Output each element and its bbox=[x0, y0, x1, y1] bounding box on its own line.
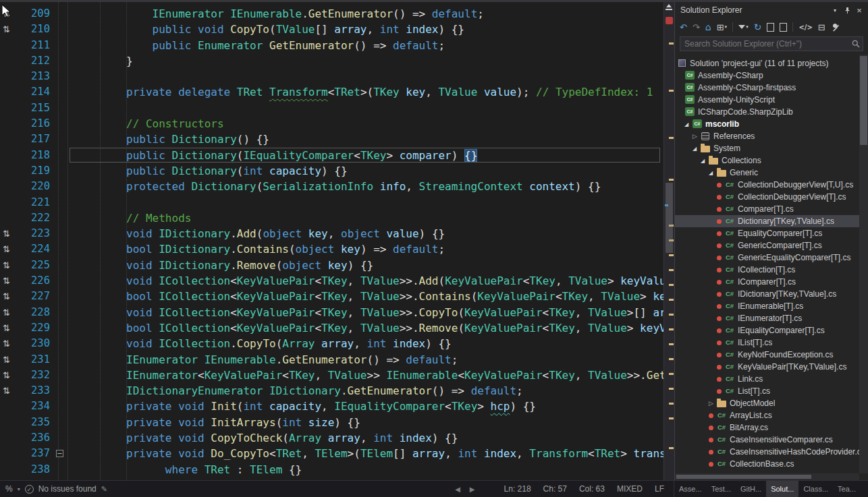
code-line-234[interactable]: 234 private void Init(int capacity, IEqu… bbox=[0, 399, 663, 414]
line-number[interactable]: 236 bbox=[16, 430, 50, 446]
code-editor[interactable]: ⇅209 IEnumerator IEnumerable.GetEnumerat… bbox=[0, 2, 663, 480]
collapse-all-icon[interactable]: ⊟ bbox=[818, 23, 825, 32]
column-indicator[interactable]: Col: 63 bbox=[579, 484, 605, 494]
editor-vertical-scrollbar[interactable] bbox=[663, 2, 674, 480]
tree-item[interactable]: C#IEnumerator[T].cs bbox=[675, 312, 859, 324]
indentation-indicator[interactable]: MIXED bbox=[617, 484, 643, 494]
line-number[interactable]: 218 bbox=[16, 148, 50, 163]
tab-class-view[interactable]: Class... bbox=[798, 481, 833, 497]
panel-vertical-scrollbar[interactable] bbox=[859, 55, 868, 473]
line-number[interactable]: 211 bbox=[16, 38, 50, 53]
switch-views-icon[interactable]: ⊞▾ bbox=[717, 23, 727, 32]
code-line-228[interactable]: ⇅228 void ICollection<KeyValuePair<TKey,… bbox=[0, 305, 663, 320]
code-line-225[interactable]: ⇅225 void IDictionary.Remove(object key)… bbox=[0, 258, 663, 273]
code-line-224[interactable]: ⇅224 bool IDictionary.Contains(object ke… bbox=[0, 241, 663, 257]
code-line-227[interactable]: ⇅227 bool ICollection<KeyValuePair<TKey,… bbox=[0, 289, 663, 304]
reference-indicator-icon[interactable]: ⇅ bbox=[3, 258, 10, 273]
code-line-209[interactable]: ⇅209 IEnumerator IEnumerable.GetEnumerat… bbox=[0, 6, 663, 22]
tree-item[interactable]: C#IEqualityComparer[T].cs bbox=[675, 324, 859, 337]
code-line-216[interactable]: 216 // Constructors bbox=[0, 116, 663, 131]
code-line-230[interactable]: ⇅230 void ICollection.CopyTo(Array array… bbox=[0, 336, 663, 351]
expand-arrow-icon[interactable]: ▷ bbox=[709, 400, 716, 407]
line-number[interactable]: 224 bbox=[16, 241, 50, 257]
home-icon[interactable]: ⌂ bbox=[705, 23, 711, 32]
line-number[interactable]: 220 bbox=[16, 179, 50, 194]
line-number[interactable]: 239 bbox=[16, 477, 50, 480]
split-grip-icon[interactable] bbox=[666, 9, 672, 10]
tree-item[interactable]: C#ArrayList.cs bbox=[675, 409, 859, 421]
tree-item[interactable]: C#KeyNotFoundException.cs bbox=[675, 349, 859, 361]
line-number[interactable]: 234 bbox=[16, 399, 50, 414]
scrollbar-thumb[interactable] bbox=[860, 56, 867, 145]
line-ending-indicator[interactable]: LF bbox=[655, 484, 664, 494]
line-number[interactable]: 226 bbox=[16, 273, 50, 289]
reference-indicator-icon[interactable]: ⇅ bbox=[3, 368, 10, 383]
code-line-238[interactable]: 238 where TRet : TElem {} bbox=[0, 462, 663, 477]
code-line-235[interactable]: 235 private void InitArrays(int size) {} bbox=[0, 415, 663, 430]
line-number[interactable]: 238 bbox=[16, 462, 50, 477]
issues-status[interactable]: No issues found bbox=[38, 484, 97, 494]
reference-indicator-icon[interactable]: ⇅ bbox=[3, 289, 10, 304]
line-number[interactable]: 221 bbox=[16, 195, 50, 210]
code-line-233[interactable]: ⇅233 IDictionaryEnumerator IDictionary.G… bbox=[0, 383, 663, 399]
split-grip-icon[interactable] bbox=[666, 4, 672, 7]
tree-item[interactable]: ▷References bbox=[675, 130, 859, 142]
tree-item[interactable]: C#IList[T].cs bbox=[675, 337, 859, 349]
line-number[interactable]: 213 bbox=[16, 69, 50, 84]
filter-icon[interactable]: ▾ bbox=[738, 23, 749, 32]
tree-item[interactable]: C#CollectionDebuggerView[T].cs bbox=[675, 191, 859, 203]
tab-test-explorer[interactable]: Test... bbox=[707, 481, 736, 497]
code-line-237[interactable]: 237− private void Do_CopyTo<TRet, TElem>… bbox=[0, 446, 663, 461]
tree-item[interactable]: C#ICSharpCode.SharpZipLib bbox=[675, 106, 859, 118]
reference-indicator-icon[interactable]: ⇅ bbox=[3, 352, 10, 368]
search-input[interactable] bbox=[680, 39, 849, 49]
tree-item[interactable]: ◢Collections bbox=[675, 154, 859, 167]
code-line-223[interactable]: ⇅223 void IDictionary.Add(object key, ob… bbox=[0, 226, 663, 241]
scrollbar-thumb[interactable] bbox=[666, 183, 673, 253]
zoom-control[interactable]: % bbox=[5, 484, 13, 494]
reference-indicator-icon[interactable]: ⇅ bbox=[3, 383, 10, 399]
tree-item[interactable]: C#EqualityComparer[T].cs bbox=[675, 227, 859, 239]
document-health-error-icon[interactable] bbox=[666, 17, 673, 24]
nest-files-icon[interactable] bbox=[780, 23, 787, 32]
scroll-right-icon[interactable]: ▶ bbox=[470, 486, 475, 493]
code-line-239[interactable]: 239 private static KeyValuePair<TKey, TV… bbox=[0, 477, 663, 480]
fold-collapse-icon[interactable]: − bbox=[56, 450, 63, 457]
reference-indicator-icon[interactable]: ⇅ bbox=[3, 305, 10, 320]
line-number[interactable]: 235 bbox=[16, 415, 50, 430]
code-line-236[interactable]: 236 private void CopyToCheck(Array array… bbox=[0, 430, 663, 446]
zoom-caret-icon[interactable]: ▾ bbox=[18, 486, 20, 492]
line-number[interactable]: 212 bbox=[16, 53, 50, 69]
refresh-icon[interactable]: ↻ bbox=[754, 23, 762, 32]
tree-item[interactable]: C#Assembly-CSharp-firstpass bbox=[675, 82, 859, 94]
tree-item[interactable]: C#List[T].cs bbox=[675, 385, 859, 397]
tree-item[interactable]: ◢System bbox=[675, 142, 859, 154]
line-number[interactable]: 230 bbox=[16, 336, 50, 351]
close-icon[interactable]: × bbox=[853, 4, 865, 16]
tree-item[interactable]: ▷ObjectModel bbox=[675, 397, 859, 409]
tree-item[interactable]: ◢C#mscorlib bbox=[675, 118, 859, 130]
code-line-222[interactable]: 222 // Methods bbox=[0, 210, 663, 226]
reference-indicator-icon[interactable]: ⇅ bbox=[3, 226, 10, 241]
line-number[interactable]: 223 bbox=[16, 226, 50, 241]
line-number[interactable]: 210 bbox=[16, 22, 50, 37]
tree-item[interactable]: C#GenericComparer[T].cs bbox=[675, 239, 859, 252]
tree-item[interactable]: C#Assembly-CSharp bbox=[675, 69, 859, 82]
tree-item[interactable]: C#BitArray.cs bbox=[675, 421, 859, 434]
view-code-icon[interactable]: </> bbox=[798, 23, 812, 32]
line-number[interactable]: 214 bbox=[16, 84, 50, 100]
collapse-arrow-icon[interactable]: ◢ bbox=[684, 121, 692, 127]
tree-item[interactable]: C#IEnumerable[T].cs bbox=[675, 300, 859, 312]
code-line-211[interactable]: 211 public Enumerator GetEnumerator() =>… bbox=[0, 38, 663, 53]
tab-solution-explorer[interactable]: Solut... bbox=[766, 481, 798, 497]
window-position-icon[interactable]: ▾ bbox=[829, 4, 841, 16]
scroll-left-icon[interactable]: ◀ bbox=[455, 486, 460, 493]
code-line-226[interactable]: ⇅226 void ICollection<KeyValuePair<TKey,… bbox=[0, 273, 663, 289]
search-icon[interactable] bbox=[849, 40, 863, 48]
tree-item[interactable]: C#Assembly-UnityScript bbox=[675, 94, 859, 106]
tree-item[interactable]: C#GenericEqualityComparer[T].cs bbox=[675, 252, 859, 264]
pin-icon[interactable] bbox=[841, 4, 853, 16]
code-line-231[interactable]: ⇅231 IEnumerator IEnumerable.GetEnumerat… bbox=[0, 352, 663, 368]
line-number[interactable]: 228 bbox=[16, 305, 50, 320]
scrollbar-thumb[interactable] bbox=[676, 475, 811, 479]
